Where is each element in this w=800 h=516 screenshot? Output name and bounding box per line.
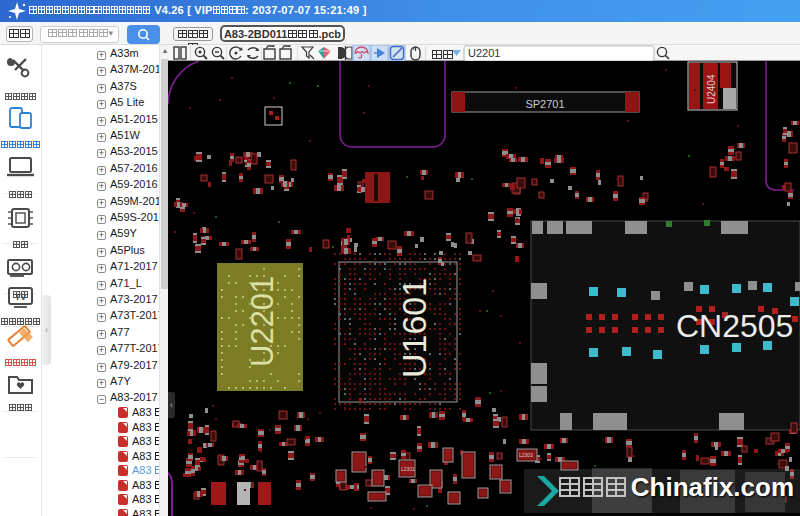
svg-text:CN2505: CN2505 [676,308,793,344]
svg-text:U1601: U1601 [395,278,433,378]
svg-text:U2201: U2201 [245,276,280,367]
svg-text:U2404: U2404 [706,74,717,104]
svg-text:U2201: U2201 [468,47,500,59]
svg-text:L2301: L2301 [401,466,415,472]
svg-text:L2303: L2303 [519,452,533,458]
svg-text:TV: TV [15,292,27,302]
svg-text:SP2701: SP2701 [525,98,564,110]
